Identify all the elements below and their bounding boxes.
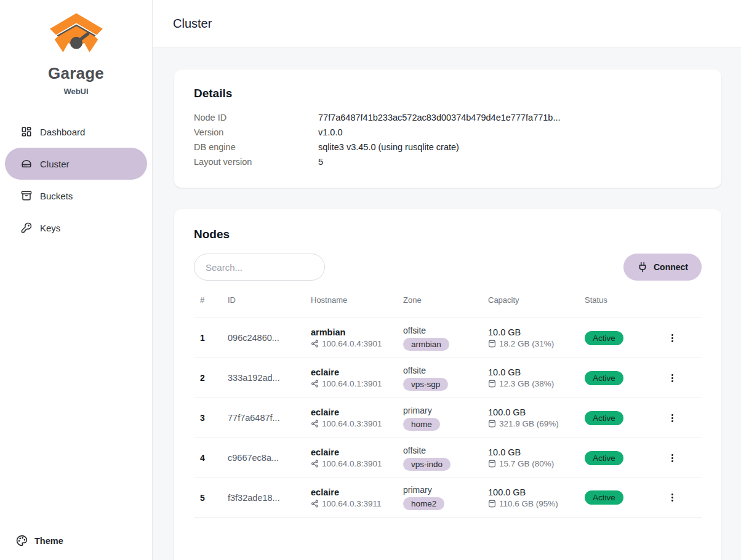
nodes-toolbar: Connect [194, 254, 702, 281]
sidebar-item-label: Keys [40, 223, 60, 233]
zone-name: primary [403, 485, 488, 495]
node-id: 77f7a6487f... [228, 413, 311, 423]
database-icon [488, 380, 496, 388]
sidebar-spacer [0, 244, 152, 535]
zone-cell: offsite vps-indo [403, 446, 488, 471]
disk-usage: 15.7 GB (80%) [488, 459, 585, 468]
capacity-cell: 10.0 GB 18.2 GB (31%) [488, 327, 585, 348]
disk-usage: 12.3 GB (38%) [488, 379, 585, 388]
hostname: eclaire [311, 407, 403, 417]
details-rows: Node ID 77f7a6487f41b233ac572ac83d00374b… [194, 110, 702, 169]
database-icon [488, 420, 496, 428]
brand: Garage WebUI [0, 0, 152, 96]
garage-logo-icon [48, 10, 105, 63]
table-row: 2 333a192ad... eclaire 100.64.0.1:3901 [194, 358, 702, 398]
theme-button[interactable]: Theme [0, 535, 152, 560]
status-badge: Active [585, 331, 623, 345]
disk-usage: 321.9 GB (69%) [488, 419, 585, 428]
status-badge: Active [585, 490, 623, 505]
search-input[interactable] [194, 254, 325, 281]
kebab-icon [667, 333, 678, 343]
kebab-icon [667, 373, 678, 383]
table-row: 1 096c24860... armbian 100.64.0.4:3901 [194, 318, 702, 358]
sidebar-item-dashboard[interactable]: Dashboard [5, 116, 147, 148]
hostname-cell: eclaire 100.64.0.1:3901 [311, 367, 403, 388]
capacity-cell: 100.0 GB 321.9 GB (69%) [488, 407, 585, 428]
share-icon [311, 500, 319, 508]
status-badge: Active [585, 371, 623, 385]
node-address: 100.64.0.3:3901 [311, 419, 403, 428]
sidebar-item-buckets[interactable]: Buckets [5, 180, 147, 212]
zone-badge: vps-sgp [403, 378, 448, 391]
sidebar-item-label: Buckets [40, 191, 73, 201]
col-header-capacity: Capacity [488, 295, 585, 305]
zone-cell: primary home [403, 406, 488, 431]
zone-name: offsite [403, 366, 488, 375]
zone-cell: offsite armbian [403, 326, 488, 351]
database-icon [488, 500, 496, 508]
hostname-cell: armbian 100.64.0.4:3901 [311, 327, 403, 348]
database-icon [488, 460, 496, 468]
usage-text: 18.2 GB (31%) [499, 339, 554, 348]
hostname: eclaire [311, 487, 403, 497]
table-row: 5 f3f32ade18... eclaire 100.64.0.3:3911 [194, 478, 702, 518]
main-area: Cluster Details Node ID 77f7a6487f41b233… [153, 0, 741, 560]
status-cell: Active [585, 411, 659, 425]
zone-cell: offsite vps-sgp [403, 366, 488, 391]
address-text: 100.64.0.3:3901 [322, 419, 382, 428]
table-row: 3 77f7a6487f... eclaire 100.64.0.3:3901 [194, 398, 702, 438]
detail-value: 5 [318, 154, 323, 169]
hostname-cell: eclaire 100.64.0.3:3901 [311, 407, 403, 428]
node-address: 100.64.0.3:3911 [311, 499, 403, 508]
detail-row-version: Version v1.0.0 [194, 125, 702, 140]
actions-cell [659, 450, 702, 466]
zone-name: primary [403, 406, 488, 415]
detail-label: Version [194, 125, 318, 140]
row-menu-button[interactable] [663, 370, 681, 386]
col-header-zone: Zone [403, 295, 488, 305]
zone-badge: armbian [403, 338, 449, 351]
node-id: f3f32ade18... [228, 493, 311, 503]
sidebar-item-keys[interactable]: Keys [5, 212, 147, 244]
row-menu-button[interactable] [663, 330, 681, 346]
col-header-status: Status [585, 295, 659, 305]
status-cell: Active [585, 451, 659, 465]
nodes-heading: Nodes [194, 228, 702, 241]
row-menu-button[interactable] [663, 490, 681, 505]
details-card: Details Node ID 77f7a6487f41b233ac572ac8… [174, 70, 721, 188]
capacity: 10.0 GB [488, 447, 585, 457]
detail-value: 77f7a6487f41b233ac572ac83d00374b479d4e1e… [318, 110, 561, 125]
node-address: 100.64.0.8:3901 [311, 459, 403, 468]
kebab-icon [667, 492, 678, 503]
capacity: 100.0 GB [488, 407, 585, 417]
sidebar: Garage WebUI Dashboard [0, 0, 153, 560]
row-index: 1 [200, 333, 228, 343]
node-id: 096c24860... [228, 333, 311, 343]
zone-badge: vps-indo [403, 458, 451, 471]
actions-cell [659, 330, 702, 346]
col-header-index: # [200, 295, 228, 305]
detail-row-layout-version: Layout version 5 [194, 154, 702, 169]
detail-label: Node ID [194, 110, 318, 125]
brand-subtitle: WebUI [0, 87, 152, 96]
sidebar-item-cluster[interactable]: Cluster [5, 148, 147, 180]
node-id: c9667ec8a... [228, 453, 311, 463]
status-cell: Active [585, 371, 659, 385]
connect-button[interactable]: Connect [623, 254, 702, 281]
row-menu-button[interactable] [663, 410, 681, 426]
layout-dashboard-icon [21, 126, 32, 137]
sidebar-item-label: Cluster [40, 159, 70, 169]
share-icon [311, 460, 319, 468]
address-text: 100.64.0.8:3901 [322, 459, 382, 468]
capacity-cell: 10.0 GB 15.7 GB (80%) [488, 447, 585, 468]
hostname: eclaire [311, 367, 403, 377]
share-icon [311, 420, 319, 428]
row-menu-button[interactable] [663, 450, 681, 466]
nodes-card: Nodes Connect # ID Host [174, 209, 721, 560]
actions-cell [659, 410, 702, 426]
database-icon [488, 340, 496, 348]
detail-row-db-engine: DB engine sqlite3 v3.45.0 (using rusqlit… [194, 140, 702, 154]
hostname-cell: eclaire 100.64.0.3:3911 [311, 487, 403, 508]
hostname-cell: eclaire 100.64.0.8:3901 [311, 447, 403, 468]
usage-text: 110.6 GB (95%) [499, 499, 558, 508]
